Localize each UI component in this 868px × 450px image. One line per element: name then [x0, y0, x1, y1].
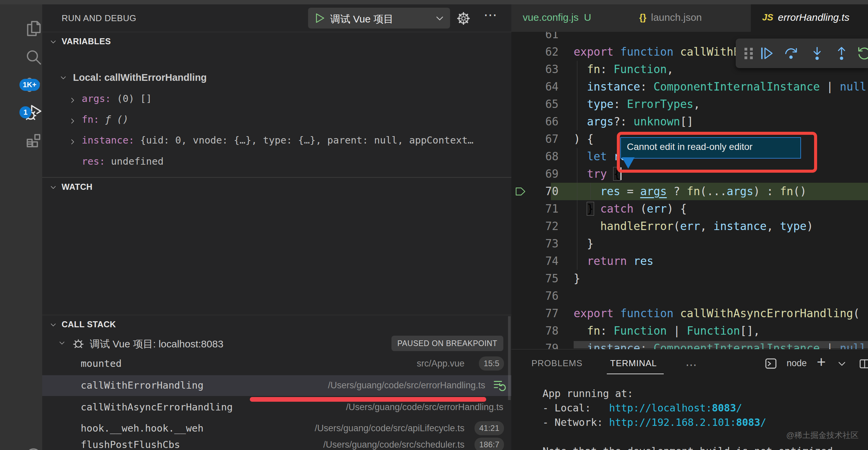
line-number: 68 [512, 148, 559, 165]
activity-bar-item-account[interactable] [0, 437, 42, 450]
variable-row-res[interactable]: res: undefined [42, 152, 512, 172]
code-token: fn [587, 324, 600, 337]
frame-function-name: flushPostFlushCbs [81, 439, 180, 450]
code-line-78: 78 fn: Function | Function[], [512, 322, 868, 340]
panel-tab-⋯[interactable]: ⋯ [685, 358, 697, 371]
panel-tab-PROBLEMS[interactable]: PROBLEMS [531, 358, 583, 368]
debug-config-picker[interactable]: 调试 Vue 项目 [308, 8, 450, 28]
terminal-token: - Local: [542, 402, 609, 414]
code-token: } [574, 272, 580, 285]
readonly-tooltip: Cannot edit in read-only editor [620, 137, 801, 159]
new-terminal-icon[interactable]: + [817, 353, 826, 371]
code-token [574, 167, 587, 180]
watch-header-label: WATCH [62, 182, 92, 192]
badge: 1 [20, 106, 31, 118]
line-number: 66 [512, 113, 559, 131]
frame-file-path: /Users/guang/code/src/scheduler.ts [323, 440, 464, 450]
code-token: Function [687, 324, 740, 337]
step-over-icon[interactable] [784, 46, 798, 61]
split-terminal-icon[interactable] [858, 358, 868, 370]
code-token: () [793, 185, 807, 198]
code-line-64: 64 instance: ComponentInternalInstance |… [512, 78, 868, 95]
sidebar-scrollbar[interactable] [508, 316, 511, 400]
stack-frame-row[interactable]: flushPostFlushCbs/Users/guang/code/src/s… [42, 434, 512, 450]
tab-vue.config.js[interactable]: vue.config.jsU [512, 4, 628, 32]
activity-bar: 1K+1 [0, 4, 42, 450]
frame-function-name: callWithErrorHandling [81, 379, 204, 391]
terminal-token: Note that the development build is not o… [542, 445, 839, 450]
call-stack-section-header[interactable]: CALL STACK [42, 315, 512, 334]
readonly-tooltip-text: Cannot edit in read-only editor [627, 141, 752, 152]
continue-icon[interactable] [759, 46, 774, 61]
variable-value: {uid: 0, vnode: {…}, type: {…}, parent: … [140, 135, 473, 146]
code-token: try [587, 167, 607, 180]
frame-function-name: callWithAsyncErrorHandling [81, 401, 233, 413]
search-icon [12, 43, 30, 60]
line-number: 67 [512, 131, 559, 148]
debug-session-row[interactable]: 调试 Vue 项目: localhost:8083 PAUSED ON BREA… [42, 334, 512, 353]
stack-frame-row[interactable]: callWithErrorHandling/Users/guang/code/s… [42, 375, 512, 396]
code-token: unknown [633, 115, 680, 128]
activity-bar-item-explorer[interactable] [0, 9, 42, 37]
line-number: 73 [512, 235, 559, 253]
variable-row-instance[interactable]: instance: {uid: 0, vnode: {…}, type: {…}… [42, 131, 512, 151]
code-line-66: 66 args?: unknown[] [512, 113, 868, 131]
variables-section-header[interactable]: VARIABLES [42, 32, 512, 51]
code-token: : [640, 80, 654, 93]
variable-value: undefined [111, 156, 163, 167]
activity-bar-item-extensions[interactable] [0, 121, 42, 149]
terminal-token: - Network: [542, 417, 609, 428]
code-token: } [574, 237, 594, 250]
horizontal-scrollbar[interactable] [574, 341, 868, 348]
gear-icon[interactable] [457, 12, 470, 25]
line-content: } [574, 270, 580, 287]
code-token [607, 150, 614, 163]
code-token: res [600, 185, 620, 198]
tab-errorHandling.ts[interactable]: JSerrorHandling.ts [751, 4, 868, 32]
variable-row-args[interactable]: args: (0) [] [42, 89, 512, 109]
variable-row-type[interactable]: type: 'm' [42, 172, 512, 177]
terminal-token: http://localhost: [609, 402, 712, 414]
step-out-icon[interactable] [834, 46, 849, 61]
variable-row-fn[interactable]: fn: ƒ () [42, 110, 512, 130]
chevron-down-icon[interactable] [837, 359, 847, 369]
restart-frame-icon[interactable] [493, 379, 506, 392]
code-token: args [587, 115, 614, 128]
json-file-icon: {} [639, 12, 646, 23]
frame-file-path: /Users/guang/code/src/errorHandling.ts [328, 380, 485, 391]
code-editor[interactable]: 6162export function callWithErrorHandlin… [512, 32, 868, 349]
code-token: ) [806, 220, 813, 233]
step-into-icon[interactable] [810, 46, 825, 61]
code-token: | [820, 80, 840, 93]
code-token: fn [587, 63, 600, 76]
line-content: args?: unknown[] [574, 113, 693, 131]
activity-bar-item-run-and-debug[interactable]: 1 [0, 93, 42, 121]
chevron-down-icon [50, 321, 57, 329]
panel-tab-TERMINAL[interactable]: TERMINAL [610, 358, 657, 368]
code-token [574, 97, 587, 111]
code-token: instance [713, 220, 767, 233]
code-token: , [767, 220, 780, 233]
line-number: 65 [512, 95, 559, 113]
vscode-window: 1K+1 RUN AND DEBUG 调试 Vue 项目 ⋯ VARIABLES… [0, 0, 868, 450]
activity-bar-item-source-control[interactable]: 1K+ [0, 65, 42, 93]
badge: 1K+ [20, 79, 40, 91]
restart-icon[interactable] [857, 46, 868, 61]
tab-launch.json[interactable]: {}launch.json [628, 4, 751, 32]
code-token [574, 63, 587, 76]
terminal-shell-label[interactable]: node [786, 358, 807, 368]
line-number: 62 [512, 43, 559, 61]
activity-bar-item-search[interactable] [0, 37, 42, 66]
chevron-down-icon [435, 13, 445, 24]
tab-label: errorHandling.ts [778, 12, 849, 23]
code-token: type [780, 220, 806, 233]
start-debug-icon[interactable] [313, 12, 326, 24]
line-number: 77 [512, 305, 559, 322]
more-actions-icon[interactable]: ⋯ [484, 7, 497, 21]
scope-row[interactable]: Local: callWithErrorHandling [42, 68, 512, 88]
stack-frame-row[interactable]: mountedsrc/App.vue15:5 [42, 354, 512, 374]
run-debug-sidebar: RUN AND DEBUG 调试 Vue 项目 ⋯ VARIABLES Loca… [42, 4, 512, 450]
code-token: function [620, 307, 680, 320]
variables-header-label: VARIABLES [62, 36, 111, 46]
watch-section-header[interactable]: WATCH [42, 177, 512, 197]
